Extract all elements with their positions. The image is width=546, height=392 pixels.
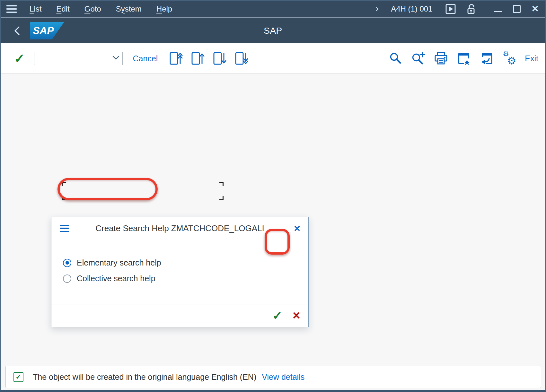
maximize-button[interactable] [513,5,521,13]
settings-gears-icon[interactable]: ⚙ ⚙ [502,51,517,66]
annotation-highlight-elementary-option [57,178,158,200]
menu-hamburger-icon[interactable] [6,5,17,13]
dialog-close-icon[interactable]: ✕ [294,224,301,233]
menu-bar: List Edit Goto System Help › A4H (1) 001… [1,1,545,18]
next-page-icon[interactable] [212,51,227,66]
exit-button[interactable]: Exit [525,54,538,63]
app-header: SAP SAP [1,18,545,43]
cancel-button[interactable]: Cancel [133,54,158,63]
print-icon[interactable] [434,51,448,66]
focus-corner-top-left [62,182,66,186]
command-field-wrap [34,52,123,65]
create-shortcut-icon[interactable] [456,51,471,66]
dialog-footer: ✓ ✕ [51,304,308,327]
menu-item-edit[interactable]: Edit [56,4,69,13]
dialog-menu-icon[interactable] [60,225,69,232]
check-icon: ✓ [272,309,283,322]
window-controls: ✕ [494,4,539,13]
success-checkbox-icon: ✓ [13,372,23,382]
menu-item-system[interactable]: System [116,4,142,13]
application-toolbar: ✓ Cancel [1,43,545,74]
focus-corner-bottom-right [219,196,224,200]
menu-item-goto[interactable]: Goto [84,4,101,13]
menu-item-list[interactable]: List [30,4,41,13]
dialog-title-bar: Create Search Help ZMATCHCODE_LOGALI ✕ [51,217,308,240]
new-session-icon[interactable] [479,51,494,66]
session-unlocked-icon[interactable] [465,3,477,15]
sap-gui-window: List Edit Goto System Help › A4H (1) 001… [0,0,546,392]
status-bar: ✓ The object will be created in the orig… [5,366,541,388]
sap-logo: SAP [30,22,64,39]
enter-check-button[interactable]: ✓ [14,52,25,65]
confirm-check-button[interactable]: ✓ [270,308,285,323]
system-session-info: A4H (1) 001 [391,4,432,13]
gui-scripting-icon[interactable] [445,3,456,15]
radio-label[interactable]: Elementary search help [77,258,161,267]
command-field-dropdown-icon[interactable] [112,56,119,60]
back-chevron-icon[interactable] [13,25,21,36]
last-page-icon[interactable] [234,51,249,66]
radio-collective-search-help[interactable]: Collective search help [63,274,155,283]
radio-button-unselected[interactable] [63,274,71,283]
radio-label[interactable]: Collective search help [77,274,155,283]
focus-corner-top-right [219,182,224,186]
previous-page-icon[interactable] [190,51,205,66]
status-message: The object will be created in the origin… [33,372,256,382]
create-search-help-dialog: Create Search Help ZMATCHCODE_LOGALI ✕ E… [51,217,309,327]
toolbar-right-icons: ⚙ ⚙ Exit [388,51,538,66]
page-title: SAP [1,26,545,36]
menu-item-help[interactable]: Help [156,4,172,13]
radio-button-selected[interactable] [63,259,71,267]
close-window-button[interactable]: ✕ [532,4,539,13]
radio-elementary-search-help[interactable]: Elementary search help [63,258,161,267]
command-field-input[interactable] [34,52,123,65]
view-details-link[interactable]: View details [262,372,304,382]
minimize-button[interactable] [494,6,502,12]
screen-content: Create Search Help ZMATCHCODE_LOGALI ✕ E… [1,74,545,392]
abort-cross-button[interactable]: ✕ [289,308,304,323]
dialog-title: Create Search Help ZMATCHCODE_LOGALI [51,223,308,233]
paging-icons [169,51,249,66]
focus-corner-bottom-left [62,196,66,200]
more-chevron-icon[interactable]: › [375,4,379,14]
menubar-right-cluster: › A4H (1) 001 ✕ [375,3,539,15]
find-icon[interactable] [388,51,403,66]
first-page-icon[interactable] [169,51,183,66]
find-next-icon[interactable] [411,51,426,66]
menu-items: List Edit Goto System Help [30,4,172,13]
cross-icon: ✕ [292,310,301,321]
